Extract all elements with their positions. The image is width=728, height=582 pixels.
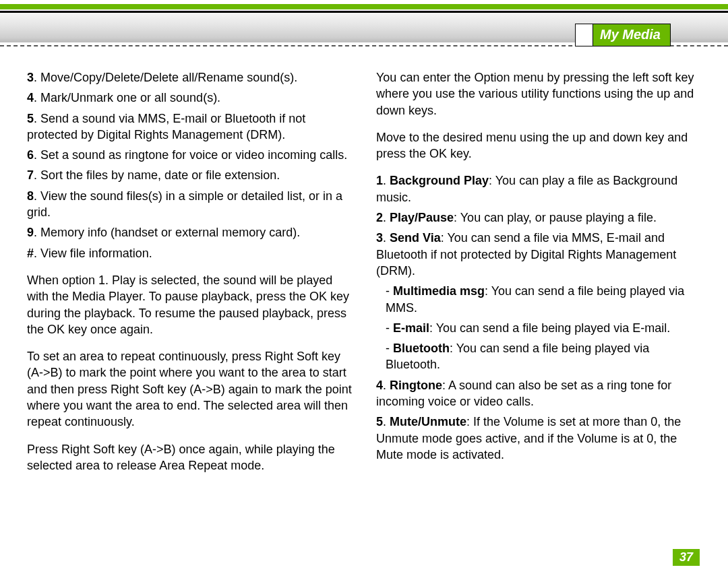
left-item-3: 3. Move/Copy/Delete/Delete all/Rename so… (27, 69, 352, 86)
bold: Play/Pause (390, 211, 454, 224)
right-item-1: 1. Background Play: You can play a file … (376, 172, 701, 205)
num: 6 (27, 148, 34, 162)
bold: Background Play (390, 174, 489, 187)
num: 2 (376, 211, 383, 224)
text: Sort the files by name, date or file ext… (40, 168, 280, 182)
section-tab: My Media (575, 24, 671, 46)
num: # (27, 247, 34, 260)
left-item-9: 9. Memory info (handset or external memo… (27, 224, 352, 240)
left-item-8: 8. View the sound files(s) in a simple o… (27, 188, 352, 221)
left-para-3: Press Right Soft key (A->B) once again, … (27, 441, 352, 474)
num: 4 (376, 379, 383, 392)
num: 3 (27, 71, 34, 84)
right-sub-1: - Multimedia msg: You can send a file be… (376, 283, 701, 316)
left-item-5: 5. Send a sound via MMS, E-mail or Bluet… (27, 110, 352, 143)
left-item-7: 7. Sort the files by name, date or file … (27, 167, 352, 183)
left-para-2: To set an area to repeat continuously, p… (27, 348, 352, 430)
left-para-1: When option 1. Play is selected, the sou… (27, 272, 352, 337)
dash-separator: My Media (0, 45, 728, 46)
left-column: 3. Move/Copy/Delete/Delete all/Rename so… (27, 69, 352, 478)
text: : You can play, or pause playing a file. (454, 211, 657, 224)
num: 8 (27, 189, 34, 203)
num: 5 (376, 415, 383, 428)
right-para-1: You can enter the Option menu by pressin… (376, 69, 701, 119)
text: View the sound files(s) in a simple or d… (27, 189, 342, 219)
text: Memory info (handset or external memory … (40, 226, 300, 239)
tab-lead (575, 24, 593, 46)
bold: Send Via (390, 231, 441, 245)
text: : You can send a file being played via E… (429, 321, 670, 335)
bold: Mute/Unmute (390, 415, 466, 428)
num: 9 (27, 226, 34, 239)
num: 5 (27, 112, 34, 125)
right-sub-3: - Bluetooth: You can send a file being p… (376, 340, 701, 373)
right-item-5: 5. Mute/Unmute: If the Volume is set at … (376, 414, 701, 463)
left-item-hash: #. View file information. (27, 245, 352, 261)
right-column: You can enter the Option menu by pressin… (376, 69, 701, 478)
right-sub-2: - E-mail: You can send a file being play… (376, 320, 701, 336)
text: Move/Copy/Delete/Delete all/Rename sound… (40, 71, 297, 84)
left-item-6: 6. Set a sound as ringtone for voice or … (27, 147, 352, 163)
section-title: My Media (593, 24, 671, 46)
bold: Ringtone (390, 379, 442, 392)
num: 3 (376, 231, 383, 245)
num: 1 (376, 174, 383, 187)
bold: Multimedia msg (393, 284, 485, 298)
text: Send a sound via MMS, E-mail or Bluetoot… (27, 112, 305, 141)
num: 4 (27, 91, 34, 104)
text: Set a sound as ringtone for voice or vid… (40, 148, 347, 162)
text: Mark/Unmark one or all sound(s). (40, 91, 220, 104)
right-item-4: 4. Ringtone: A sound can also be set as … (376, 377, 701, 410)
num: 7 (27, 168, 34, 182)
page-body: 3. Move/Copy/Delete/Delete all/Rename so… (0, 46, 728, 478)
left-item-4: 4. Mark/Unmark one or all sound(s). (27, 90, 352, 106)
bold: E-mail (393, 321, 429, 335)
text: View file information. (40, 247, 152, 260)
top-green-bar (0, 4, 728, 9)
page-number: 37 (673, 549, 700, 566)
bold: Bluetooth (393, 342, 450, 355)
right-item-3: 3. Send Via: You can send a file via MMS… (376, 230, 701, 279)
right-item-2: 2. Play/Pause: You can play, or pause pl… (376, 209, 701, 226)
right-para-2: Move to the desired menu using the up an… (376, 129, 701, 162)
